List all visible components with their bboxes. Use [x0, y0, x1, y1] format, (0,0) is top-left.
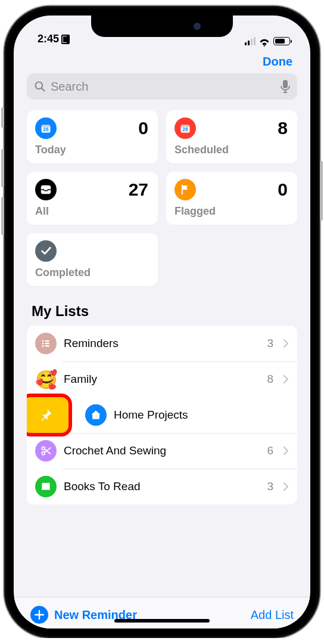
- smart-card-count: 0: [138, 118, 148, 138]
- chevron-right-icon: [283, 482, 289, 491]
- add-list-button[interactable]: Add List: [251, 608, 294, 622]
- list-count: 8: [267, 373, 273, 386]
- wifi-icon: [259, 37, 270, 45]
- smart-card-count: 8: [278, 118, 288, 138]
- list-count: 3: [267, 480, 273, 493]
- smart-card-label: Flagged: [175, 205, 288, 218]
- svg-rect-14: [45, 340, 49, 342]
- smart-card-scheduled[interactable]: 288Scheduled: [166, 110, 297, 163]
- svg-rect-2: [283, 80, 288, 88]
- svg-rect-15: [45, 343, 49, 344]
- emoji-icon: 🥰: [35, 369, 57, 390]
- chevron-right-icon: [283, 339, 289, 348]
- list-name: Reminders: [64, 337, 260, 350]
- smart-card-label: All: [35, 205, 148, 218]
- book-icon: [35, 476, 57, 497]
- smart-card-flagged[interactable]: 0Flagged: [166, 172, 297, 225]
- svg-point-11: [42, 340, 44, 342]
- smart-card-label: Completed: [35, 267, 148, 279]
- list-row[interactable]: Crochet And Sewing6: [27, 433, 297, 469]
- smart-card-label: Today: [35, 144, 148, 156]
- status-time: 2:45: [38, 33, 59, 45]
- list-name: Family: [64, 373, 260, 386]
- svg-line-1: [42, 88, 45, 91]
- search-icon: [34, 80, 46, 92]
- toolbar: New Reminder Add List: [14, 597, 310, 628]
- done-button[interactable]: Done: [263, 55, 292, 69]
- list-row[interactable]: Home Projects: [27, 397, 297, 433]
- flag-icon: [175, 179, 196, 200]
- smart-card-count: 27: [129, 179, 148, 200]
- list-icon: [35, 333, 57, 354]
- smart-card-completed[interactable]: 0Completed: [27, 233, 158, 286]
- scissors-icon: [35, 440, 57, 462]
- svg-point-13: [42, 345, 44, 347]
- smart-card-today[interactable]: 280Today: [27, 110, 158, 163]
- chevron-right-icon: [283, 374, 289, 384]
- list-row[interactable]: Reminders3: [27, 326, 297, 361]
- plus-circle-icon: [30, 606, 48, 624]
- list-count: 3: [267, 337, 273, 350]
- house-icon: [85, 404, 107, 426]
- cellular-icon: [245, 37, 256, 45]
- inbox-icon: [35, 179, 57, 200]
- sim-icon: [61, 35, 70, 44]
- my-lists-header: My Lists: [14, 286, 310, 326]
- battery-icon: [273, 37, 290, 45]
- svg-point-12: [42, 343, 44, 345]
- calendar-icon: 28: [175, 117, 196, 139]
- check-icon: [35, 240, 57, 262]
- smart-card-label: Scheduled: [175, 144, 288, 156]
- smart-card-all[interactable]: 27All: [27, 172, 158, 225]
- svg-rect-16: [45, 345, 49, 346]
- smart-lists-grid: 280Today288Scheduled27All0Flagged0Comple…: [14, 110, 310, 286]
- list-row[interactable]: 🥰Family8: [27, 361, 297, 397]
- pin-swipe-action[interactable]: [27, 397, 68, 433]
- list-name: Home Projects: [114, 408, 289, 422]
- my-lists-group: Reminders3🥰Family8Home ProjectsCrochet A…: [27, 326, 297, 504]
- search-input[interactable]: Search: [27, 73, 297, 100]
- mic-icon[interactable]: [281, 80, 290, 93]
- nav-bar: Done: [14, 47, 310, 73]
- home-indicator[interactable]: [114, 619, 210, 623]
- calendar-icon: 28: [35, 117, 57, 139]
- smart-card-count: 0: [278, 179, 288, 200]
- list-count: 6: [267, 444, 273, 457]
- notch: [91, 16, 233, 37]
- chevron-right-icon: [283, 446, 289, 456]
- screen: 2:45 Done Search 280Today288Scheduled27A…: [14, 16, 310, 628]
- search-placeholder: Search: [51, 80, 88, 94]
- svg-text:28: 28: [43, 126, 49, 132]
- list-name: Books To Read: [64, 480, 260, 493]
- list-row[interactable]: Books To Read3: [27, 469, 297, 504]
- list-name: Crochet And Sewing: [64, 444, 260, 457]
- svg-text:28: 28: [182, 126, 188, 132]
